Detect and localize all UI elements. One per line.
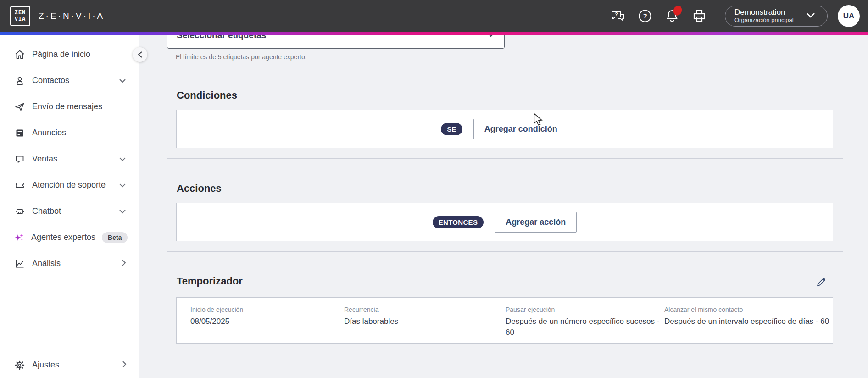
then-keyword-badge: ENTONCES	[433, 216, 484, 228]
timer-field: Pausar ejecución Después de un número es…	[506, 306, 667, 338]
flow-connector	[505, 354, 505, 368]
sidebar: Página de inicio Contactos Envío de mens…	[0, 35, 139, 378]
conditions-title: Condiciones	[177, 89, 237, 101]
help-icon[interactable]: ?	[637, 8, 653, 24]
organization-selector[interactable]: Demonstration Organización principal	[725, 6, 828, 27]
sidebar-item-label: Ventas	[32, 154, 57, 164]
conditions-card: Condiciones SE Agregar condición	[167, 80, 843, 159]
sidebar-item-contacts[interactable]: Contactos	[0, 67, 139, 94]
chevron-down-icon	[119, 155, 126, 163]
main-content: Seleccionar etiquetas El límite es de 5 …	[139, 0, 868, 378]
logo-text-top: ZEN	[15, 10, 26, 16]
svg-text:?: ?	[615, 11, 618, 17]
sidebar-item-settings[interactable]: Ajustes	[0, 352, 139, 378]
chatbot-icon	[14, 206, 26, 217]
sidebar-divider	[0, 349, 139, 349]
timer-field-label: Recurrencia	[344, 306, 491, 313]
svg-text:?: ?	[643, 12, 647, 20]
user-avatar[interactable]: UA	[838, 5, 860, 27]
chevron-down-icon	[119, 207, 126, 216]
add-action-button[interactable]: Agregar acción	[495, 212, 577, 233]
timer-field-label: Pausar ejecución	[506, 306, 667, 313]
actions-dropzone: ENTONCES Agregar acción	[176, 203, 833, 241]
sidebar-item-chatbot[interactable]: Chatbot	[0, 198, 139, 224]
actions-card: Acciones ENTONCES Agregar acción	[167, 173, 843, 252]
timer-field-label: Alcanzar el mismo contacto	[664, 306, 830, 313]
sidebar-item-label: Agentes expertos	[31, 233, 95, 242]
logo-text-bottom: VIA	[15, 16, 26, 22]
timer-field-value: Después de un intervalo específico de dí…	[664, 316, 830, 327]
chevron-right-icon	[122, 361, 127, 370]
chevron-down-icon	[806, 12, 816, 20]
if-keyword-badge: SE	[441, 123, 462, 135]
timer-field-label: Inicio de ejecución	[190, 306, 328, 313]
flow-connector	[505, 159, 505, 173]
brand-wordmark: Z·E·N·V·I·A	[39, 11, 105, 21]
timer-field-value: Después de un número específico sucesos …	[506, 316, 667, 338]
chevron-right-icon	[122, 259, 126, 268]
sidebar-item-expert-agents[interactable]: Agentes expertos Beta	[0, 224, 139, 250]
timer-field-value: Días laborables	[344, 316, 491, 327]
sidebar-item-label: Atención de soporte	[32, 180, 106, 190]
sidebar-item-label: Análisis	[32, 259, 61, 268]
sales-icon	[14, 154, 26, 165]
announcements-icon	[14, 128, 26, 139]
analytics-icon	[14, 258, 26, 269]
sidebar-item-label: Chatbot	[32, 206, 61, 216]
pencil-icon	[816, 277, 826, 287]
sidebar-item-label: Anuncios	[32, 128, 66, 138]
sidebar-item-home[interactable]: Página de inicio	[0, 41, 139, 67]
flow-connector	[505, 252, 505, 266]
support-ticket-icon	[14, 180, 26, 191]
chat-help-icon[interactable]: ?	[610, 8, 626, 24]
sidebar-item-label: Contactos	[32, 76, 69, 85]
sidebar-item-analytics[interactable]: Análisis	[0, 250, 139, 277]
sidebar-item-sales[interactable]: Ventas	[0, 146, 139, 172]
sidebar-collapse-button[interactable]	[133, 47, 147, 62]
timer-field-value: 08/05/2025	[190, 316, 328, 327]
home-icon	[14, 49, 26, 60]
sidebar-item-support[interactable]: Atención de soporte	[0, 172, 139, 198]
sidebar-item-label: Envío de mensajes	[32, 102, 102, 111]
topbar: ZEN VIA Z·E·N·V·I·A ? ?	[0, 0, 868, 32]
next-section-card-partial	[167, 368, 843, 378]
beta-badge: Beta	[102, 232, 128, 243]
actions-title: Acciones	[177, 183, 222, 195]
print-icon[interactable]	[691, 8, 707, 24]
zenvia-logo-icon: ZEN VIA	[10, 6, 30, 26]
contacts-icon	[14, 75, 26, 86]
sidebar-item-announcements[interactable]: Anuncios	[0, 120, 139, 146]
chevron-down-icon	[119, 181, 126, 189]
notifications-icon[interactable]	[664, 8, 680, 24]
conditions-dropzone: SE Agregar condición	[176, 110, 833, 148]
timer-field: Recurrencia Días laborables	[344, 306, 491, 327]
gear-icon	[14, 360, 26, 371]
timer-field: Alcanzar el mismo contacto Después de un…	[664, 306, 830, 327]
organization-name: Demonstration	[734, 8, 794, 17]
sidebar-item-label: Ajustes	[32, 360, 59, 370]
timer-summary: Inicio de ejecución 08/05/2025 Recurrenc…	[176, 297, 833, 344]
chevron-left-icon	[138, 51, 143, 58]
brand-gradient-bar	[0, 32, 868, 35]
add-condition-button[interactable]: Agregar condición	[473, 119, 568, 139]
sidebar-item-messaging[interactable]: Envío de mensajes	[0, 94, 139, 120]
organization-subtitle: Organización principal	[734, 17, 794, 24]
edit-timer-button[interactable]	[816, 277, 826, 289]
app-screen: Seleccionar etiquetas El límite es de 5 …	[0, 0, 868, 378]
sparkles-icon	[14, 232, 25, 243]
sidebar-item-label: Página de inicio	[32, 50, 90, 59]
timer-field: Inicio de ejecución 08/05/2025	[190, 306, 328, 327]
timer-card: Temporizador Inicio de ejecución 08/05/2…	[167, 266, 843, 354]
timer-title: Temporizador	[177, 275, 243, 287]
tags-limit-helper-text: El límite es de 5 etiquetas por agente e…	[176, 53, 307, 61]
send-icon	[14, 101, 26, 112]
chevron-down-icon	[119, 77, 126, 85]
